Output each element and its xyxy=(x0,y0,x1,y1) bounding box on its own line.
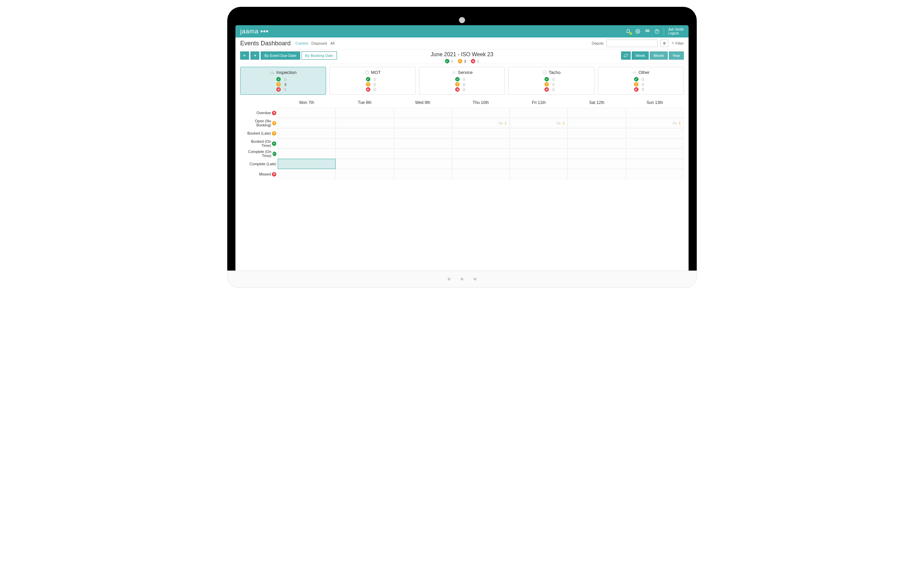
grid-cell[interactable] xyxy=(568,118,625,128)
day-header: Tue 8th xyxy=(336,97,394,108)
grid-cell[interactable] xyxy=(278,148,336,159)
range-month-button[interactable]: Month xyxy=(650,51,668,59)
grid-cell[interactable] xyxy=(336,138,394,148)
svg-rect-1 xyxy=(646,30,647,31)
by-booking-date-button[interactable]: By Booking Date xyxy=(302,51,337,59)
grid-cell[interactable] xyxy=(452,128,510,138)
question-icon: ? xyxy=(272,121,276,125)
grid-cell[interactable] xyxy=(394,128,452,138)
grid-cell[interactable] xyxy=(510,148,568,159)
grid-cell[interactable] xyxy=(278,169,336,179)
card-tacho[interactable]: Tacho✓0?0✕0 xyxy=(508,67,594,95)
grid-cell[interactable] xyxy=(336,128,394,138)
card-title: MOT xyxy=(333,70,412,75)
gear-icon[interactable] xyxy=(635,29,640,34)
grid-cell[interactable] xyxy=(336,159,394,169)
filter-link[interactable]: Filter xyxy=(671,41,684,45)
grid-cell[interactable] xyxy=(278,108,336,118)
bell-icon[interactable]: 0 xyxy=(625,29,631,34)
grid-cell[interactable] xyxy=(626,108,684,118)
help-icon[interactable] xyxy=(654,29,660,34)
mot-icon xyxy=(365,70,369,75)
grid-cell[interactable] xyxy=(278,159,336,169)
grid-cell[interactable] xyxy=(626,138,684,148)
check-icon: ✓ xyxy=(366,77,370,81)
grid-icon[interactable] xyxy=(645,29,650,34)
range-year-button[interactable]: Year xyxy=(669,51,684,59)
check-icon: ✓ xyxy=(634,77,639,81)
grid-cell[interactable] xyxy=(626,159,684,169)
x-icon: ✕ xyxy=(634,87,639,92)
grid-cell[interactable] xyxy=(568,148,625,159)
grid-cell[interactable] xyxy=(394,138,452,148)
x-icon: ✕ xyxy=(544,87,549,92)
grid-cell[interactable] xyxy=(452,138,510,148)
question-icon: ? xyxy=(272,131,276,135)
grid-cell[interactable] xyxy=(452,169,510,179)
prev-period-button[interactable] xyxy=(240,51,249,59)
x-icon: ✕ xyxy=(276,87,281,92)
card-service[interactable]: Service✓0?0✕0 xyxy=(419,67,505,95)
depot-menu-button[interactable] xyxy=(660,40,668,47)
topbar: jaama 0 xyxy=(236,25,688,38)
grid-cell[interactable] xyxy=(452,159,510,169)
grid-cell[interactable] xyxy=(510,128,568,138)
grid-cell[interactable] xyxy=(336,118,394,128)
card-inspection[interactable]: Inspection✓0?3✕0 xyxy=(240,67,326,95)
grid-cell[interactable] xyxy=(278,128,336,138)
grid-cell[interactable] xyxy=(626,169,684,179)
svg-rect-3 xyxy=(648,30,649,31)
grid-cell[interactable] xyxy=(394,118,452,128)
grid-cell[interactable] xyxy=(510,159,568,169)
grid-cell[interactable] xyxy=(568,128,625,138)
status-tab-disposed[interactable]: Disposed xyxy=(312,41,327,45)
grid-cell[interactable] xyxy=(394,159,452,169)
status-tab-all[interactable]: All xyxy=(330,41,335,45)
row-label: Missed✕ xyxy=(240,169,278,179)
by-due-date-button[interactable]: By Event Due Date xyxy=(261,51,300,59)
grid-cell[interactable] xyxy=(510,138,568,148)
day-header: Wed 9th xyxy=(394,97,452,108)
grid-cell[interactable] xyxy=(394,148,452,159)
question-icon: ? xyxy=(276,82,281,87)
status-tab-current[interactable]: Current xyxy=(295,41,308,45)
refresh-button[interactable] xyxy=(621,51,631,59)
grid-cell[interactable] xyxy=(394,108,452,118)
status-tabs: Current Disposed All xyxy=(295,41,335,45)
card-stat-orange: ?0 xyxy=(634,82,648,87)
laptop-bezel: jaama 0 xyxy=(227,7,697,270)
card-stat-orange: ?0 xyxy=(544,82,558,87)
grid-cell[interactable] xyxy=(626,128,684,138)
logo[interactable]: jaama xyxy=(240,28,268,35)
depot-input[interactable] xyxy=(606,40,658,47)
grid-cell[interactable] xyxy=(452,108,510,118)
toolbar-right: Week Month Year xyxy=(621,51,684,59)
next-period-button[interactable] xyxy=(251,51,259,59)
grid-cell[interactable] xyxy=(626,148,684,159)
grid-cell[interactable] xyxy=(568,138,625,148)
logout-link[interactable]: Logout xyxy=(668,31,684,35)
category-cards: Inspection✓0?3✕0MOT✓0?0✕0Service✓0?0✕0Ta… xyxy=(236,64,688,97)
grid-cell[interactable] xyxy=(568,159,625,169)
grid-cell[interactable] xyxy=(336,169,394,179)
grid-cell[interactable] xyxy=(278,138,336,148)
grid-cell[interactable] xyxy=(452,148,510,159)
grid-cell[interactable] xyxy=(568,169,625,179)
grid-cell[interactable]: 1 xyxy=(626,118,684,128)
grid-cell[interactable]: 1 xyxy=(510,118,568,128)
check-icon: ✓ xyxy=(445,59,449,63)
grid-cell[interactable] xyxy=(336,148,394,159)
grid-cell[interactable] xyxy=(336,108,394,118)
grid-cell[interactable]: 1 xyxy=(452,118,510,128)
grid-cell[interactable] xyxy=(568,108,625,118)
grid-cell[interactable] xyxy=(394,169,452,179)
x-icon: ✕ xyxy=(455,87,460,92)
card-mot[interactable]: MOT✓0?0✕0 xyxy=(330,67,415,95)
card-title-text: Service xyxy=(458,70,473,75)
grid-cell[interactable] xyxy=(510,108,568,118)
grid-cell[interactable] xyxy=(278,118,336,128)
svg-rect-5 xyxy=(647,31,648,32)
range-week-button[interactable]: Week xyxy=(632,51,649,59)
card-other[interactable]: Other✓0?0✕0 xyxy=(598,67,684,95)
grid-cell[interactable] xyxy=(510,169,568,179)
